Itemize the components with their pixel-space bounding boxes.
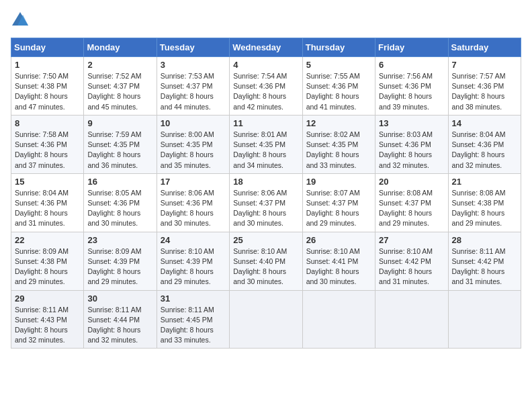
calendar-header: SundayMondayTuesdayWednesdayThursdayFrid… xyxy=(11,38,521,57)
day-info: Sunrise: 8:11 AM Sunset: 4:44 PM Dayligh… xyxy=(87,305,152,346)
logo-icon xyxy=(11,11,30,30)
day-info: Sunrise: 8:08 AM Sunset: 4:38 PM Dayligh… xyxy=(452,188,517,229)
week-row-5: 29 Sunrise: 8:11 AM Sunset: 4:43 PM Dayl… xyxy=(11,290,521,349)
calendar-cell: 22 Sunrise: 8:09 AM Sunset: 4:38 PM Dayl… xyxy=(11,232,84,290)
day-info: Sunrise: 8:00 AM Sunset: 4:35 PM Dayligh… xyxy=(161,130,226,171)
header-day-sunday: Sunday xyxy=(11,38,84,57)
calendar-cell: 12 Sunrise: 8:02 AM Sunset: 4:35 PM Dayl… xyxy=(302,115,375,173)
day-info: Sunrise: 8:06 AM Sunset: 4:37 PM Dayligh… xyxy=(233,188,298,229)
day-number: 28 xyxy=(452,235,517,245)
day-number: 14 xyxy=(452,118,517,128)
day-info: Sunrise: 7:55 AM Sunset: 4:36 PM Dayligh… xyxy=(306,71,371,112)
day-number: 20 xyxy=(379,177,444,187)
calendar-cell xyxy=(375,290,448,349)
day-info: Sunrise: 8:02 AM Sunset: 4:35 PM Dayligh… xyxy=(306,130,371,171)
calendar-cell: 19 Sunrise: 8:07 AM Sunset: 4:37 PM Dayl… xyxy=(302,173,375,232)
day-info: Sunrise: 8:01 AM Sunset: 4:35 PM Dayligh… xyxy=(233,130,298,171)
day-number: 19 xyxy=(306,177,371,187)
day-number: 6 xyxy=(379,60,444,70)
calendar-cell: 6 Sunrise: 7:56 AM Sunset: 4:36 PM Dayli… xyxy=(375,57,448,116)
calendar-body: 1 Sunrise: 7:50 AM Sunset: 4:38 PM Dayli… xyxy=(11,57,521,349)
header-day-friday: Friday xyxy=(375,38,448,57)
day-info: Sunrise: 8:05 AM Sunset: 4:36 PM Dayligh… xyxy=(87,188,152,229)
day-info: Sunrise: 8:10 AM Sunset: 4:41 PM Dayligh… xyxy=(306,246,371,287)
calendar-cell: 1 Sunrise: 7:50 AM Sunset: 4:38 PM Dayli… xyxy=(11,57,84,116)
calendar-table: SundayMondayTuesdayWednesdayThursdayFrid… xyxy=(11,38,521,349)
calendar-cell: 28 Sunrise: 8:11 AM Sunset: 4:42 PM Dayl… xyxy=(448,232,521,290)
calendar-cell xyxy=(302,290,375,349)
calendar-cell xyxy=(230,290,302,349)
day-number: 4 xyxy=(233,60,298,70)
day-info: Sunrise: 8:04 AM Sunset: 4:36 PM Dayligh… xyxy=(15,188,80,229)
calendar-cell: 17 Sunrise: 8:06 AM Sunset: 4:36 PM Dayl… xyxy=(157,173,229,232)
day-number: 16 xyxy=(87,177,152,187)
day-number: 7 xyxy=(452,60,517,70)
calendar-cell: 20 Sunrise: 8:08 AM Sunset: 4:37 PM Dayl… xyxy=(375,173,448,232)
day-number: 31 xyxy=(161,293,226,304)
week-row-2: 8 Sunrise: 7:58 AM Sunset: 4:36 PM Dayli… xyxy=(11,115,521,173)
day-info: Sunrise: 8:07 AM Sunset: 4:37 PM Dayligh… xyxy=(306,188,371,229)
calendar-cell: 10 Sunrise: 8:00 AM Sunset: 4:35 PM Dayl… xyxy=(157,115,229,173)
day-info: Sunrise: 7:58 AM Sunset: 4:36 PM Dayligh… xyxy=(15,130,80,171)
day-number: 22 xyxy=(15,235,80,245)
day-number: 21 xyxy=(452,177,517,187)
calendar-cell xyxy=(448,290,521,349)
calendar-cell: 8 Sunrise: 7:58 AM Sunset: 4:36 PM Dayli… xyxy=(11,115,84,173)
day-info: Sunrise: 8:10 AM Sunset: 4:40 PM Dayligh… xyxy=(233,246,298,287)
day-number: 9 xyxy=(87,118,152,128)
day-number: 3 xyxy=(161,60,226,70)
day-info: Sunrise: 7:54 AM Sunset: 4:36 PM Dayligh… xyxy=(233,71,298,112)
day-info: Sunrise: 7:59 AM Sunset: 4:35 PM Dayligh… xyxy=(87,130,152,171)
calendar-cell: 21 Sunrise: 8:08 AM Sunset: 4:38 PM Dayl… xyxy=(448,173,521,232)
calendar-cell: 18 Sunrise: 8:06 AM Sunset: 4:37 PM Dayl… xyxy=(230,173,302,232)
day-number: 2 xyxy=(87,60,152,70)
day-info: Sunrise: 8:09 AM Sunset: 4:39 PM Dayligh… xyxy=(87,246,152,287)
calendar-cell: 5 Sunrise: 7:55 AM Sunset: 4:36 PM Dayli… xyxy=(302,57,375,116)
day-info: Sunrise: 8:11 AM Sunset: 4:42 PM Dayligh… xyxy=(452,246,517,287)
day-number: 27 xyxy=(379,235,444,245)
day-number: 11 xyxy=(233,118,298,128)
day-number: 8 xyxy=(15,118,80,128)
day-info: Sunrise: 8:08 AM Sunset: 4:37 PM Dayligh… xyxy=(379,188,444,229)
page-header xyxy=(11,11,521,30)
day-number: 10 xyxy=(161,118,226,128)
day-number: 29 xyxy=(15,293,80,304)
calendar-cell: 27 Sunrise: 8:10 AM Sunset: 4:42 PM Dayl… xyxy=(375,232,448,290)
day-number: 18 xyxy=(233,177,298,187)
day-number: 23 xyxy=(87,235,152,245)
day-number: 12 xyxy=(306,118,371,128)
day-info: Sunrise: 8:10 AM Sunset: 4:39 PM Dayligh… xyxy=(161,246,226,287)
day-number: 25 xyxy=(233,235,298,245)
week-row-4: 22 Sunrise: 8:09 AM Sunset: 4:38 PM Dayl… xyxy=(11,232,521,290)
week-row-1: 1 Sunrise: 7:50 AM Sunset: 4:38 PM Dayli… xyxy=(11,57,521,116)
day-number: 5 xyxy=(306,60,371,70)
day-number: 24 xyxy=(161,235,226,245)
day-info: Sunrise: 8:09 AM Sunset: 4:38 PM Dayligh… xyxy=(15,246,80,287)
day-number: 30 xyxy=(87,293,152,304)
day-info: Sunrise: 8:04 AM Sunset: 4:36 PM Dayligh… xyxy=(452,130,517,171)
day-number: 15 xyxy=(15,177,80,187)
day-info: Sunrise: 8:11 AM Sunset: 4:45 PM Dayligh… xyxy=(161,305,226,346)
day-info: Sunrise: 8:03 AM Sunset: 4:36 PM Dayligh… xyxy=(379,130,444,171)
calendar-cell: 30 Sunrise: 8:11 AM Sunset: 4:44 PM Dayl… xyxy=(84,290,157,349)
logo xyxy=(11,11,32,30)
calendar-cell: 4 Sunrise: 7:54 AM Sunset: 4:36 PM Dayli… xyxy=(230,57,302,116)
day-info: Sunrise: 7:50 AM Sunset: 4:38 PM Dayligh… xyxy=(15,71,80,112)
header-day-wednesday: Wednesday xyxy=(230,38,302,57)
calendar-cell: 25 Sunrise: 8:10 AM Sunset: 4:40 PM Dayl… xyxy=(230,232,302,290)
day-info: Sunrise: 7:56 AM Sunset: 4:36 PM Dayligh… xyxy=(379,71,444,112)
calendar-cell: 24 Sunrise: 8:10 AM Sunset: 4:39 PM Dayl… xyxy=(157,232,229,290)
day-number: 17 xyxy=(161,177,226,187)
calendar-cell: 3 Sunrise: 7:53 AM Sunset: 4:37 PM Dayli… xyxy=(157,57,229,116)
calendar-cell: 7 Sunrise: 7:57 AM Sunset: 4:36 PM Dayli… xyxy=(448,57,521,116)
day-info: Sunrise: 7:53 AM Sunset: 4:37 PM Dayligh… xyxy=(161,71,226,112)
calendar-cell: 2 Sunrise: 7:52 AM Sunset: 4:37 PM Dayli… xyxy=(84,57,157,116)
week-row-3: 15 Sunrise: 8:04 AM Sunset: 4:36 PM Dayl… xyxy=(11,173,521,232)
header-day-tuesday: Tuesday xyxy=(157,38,229,57)
header-day-monday: Monday xyxy=(84,38,157,57)
day-number: 26 xyxy=(306,235,371,245)
calendar-cell: 11 Sunrise: 8:01 AM Sunset: 4:35 PM Dayl… xyxy=(230,115,302,173)
calendar-cell: 9 Sunrise: 7:59 AM Sunset: 4:35 PM Dayli… xyxy=(84,115,157,173)
day-info: Sunrise: 8:10 AM Sunset: 4:42 PM Dayligh… xyxy=(379,246,444,287)
calendar-cell: 31 Sunrise: 8:11 AM Sunset: 4:45 PM Dayl… xyxy=(157,290,229,349)
